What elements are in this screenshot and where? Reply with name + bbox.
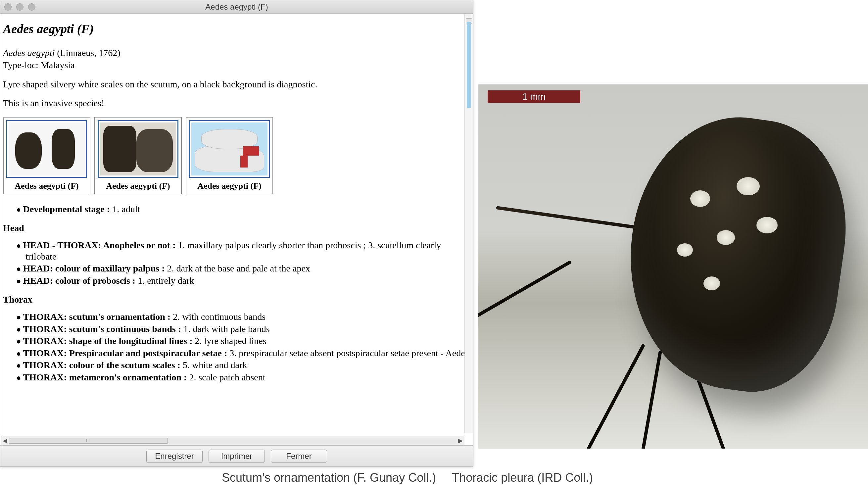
scroll-left-icon[interactable]: ◀ bbox=[1, 437, 9, 445]
v-scroll-overview bbox=[467, 22, 471, 108]
dev-stage-value: 1. adult bbox=[112, 204, 140, 214]
thorax-item-1-value: 2. with continuous bands bbox=[173, 311, 266, 322]
zoom-window-icon[interactable] bbox=[28, 3, 35, 10]
dev-stage-line: Developmental stage : 1. adult bbox=[26, 204, 470, 215]
scientific-name: Aedes aegypti bbox=[3, 48, 55, 58]
thorax-item-2-label: THORAX: scutum's continuous bands : bbox=[23, 324, 181, 334]
thumb-1-frame bbox=[6, 120, 87, 178]
thorax-item-3-label: THORAX: shape of the longitudinal lines … bbox=[23, 336, 193, 346]
thorax-item-4-label: THORAX: Prespiracular and postspiracular… bbox=[23, 348, 227, 358]
thorax-item-6: THORAX: metameron's ornamentation : 2. s… bbox=[26, 372, 470, 383]
head-item-3-label: HEAD: colour of proboscis : bbox=[23, 275, 136, 286]
window-title: Aedes aegypti (F) bbox=[205, 2, 268, 11]
thumb-3-caption: Aedes aegypti (F) bbox=[189, 181, 270, 191]
thumb-1-caption: Aedes aegypti (F) bbox=[6, 181, 87, 191]
species-info-window: Aedes aegypti (F) Aedes aegypti (F) Aede… bbox=[0, 0, 473, 467]
dev-stage-label: Developmental stage : bbox=[23, 204, 110, 214]
head-item-2-label: HEAD: colour of maxillary palpus : bbox=[23, 263, 165, 273]
close-window-icon[interactable] bbox=[4, 3, 11, 10]
bottom-caption-row: Scutum's ornamentation (F. Gunay Coll.) … bbox=[222, 471, 867, 485]
factsheet-content[interactable]: Aedes aegypti (F) Aedes aegypti (Linnaeu… bbox=[0, 13, 473, 445]
thumb-1-image bbox=[9, 122, 85, 176]
thorax-item-6-value: 2. scale patch absent bbox=[189, 372, 265, 383]
thorax-item-6-label: THORAX: metameron's ornamentation : bbox=[23, 372, 187, 383]
authority: (Linnaeus, 1762) bbox=[57, 48, 120, 58]
thumb-2-frame bbox=[98, 120, 179, 178]
head-item-2-value: 2. dark at the base and pale at the apex bbox=[167, 263, 310, 273]
thorax-item-4: THORAX: Prespiracular and postspiracular… bbox=[26, 347, 470, 359]
thorax-item-2-value: 1. dark with pale bands bbox=[183, 324, 270, 334]
type-locality-line: Type-loc: Malaysia bbox=[3, 60, 470, 71]
thorax-item-1-label: THORAX: scutum's ornamentation : bbox=[23, 311, 171, 322]
section-head-thorax: Thorax bbox=[3, 294, 470, 305]
scale-bar-label: 1 mm bbox=[522, 91, 546, 102]
thorax-item-5-label: THORAX: colour of the scutum scales : bbox=[23, 360, 180, 370]
minimize-window-icon[interactable] bbox=[16, 3, 24, 10]
h-scroll-track[interactable] bbox=[9, 438, 457, 444]
diagnostic-text: Lyre shaped silvery white scales on the … bbox=[3, 79, 470, 90]
thorax-item-1: THORAX: scutum's ornamentation : 2. with… bbox=[26, 311, 470, 323]
vertical-scrollbar[interactable] bbox=[464, 13, 473, 433]
thorax-item-2: THORAX: scutum's continuous bands : 1. d… bbox=[26, 324, 470, 335]
thumb-2-image bbox=[100, 122, 176, 176]
head-item-3: HEAD: colour of proboscis : 1. entirely … bbox=[26, 275, 470, 286]
thorax-item-5: THORAX: colour of the scutum scales : 5.… bbox=[26, 360, 470, 371]
section-head-head: Head bbox=[3, 222, 470, 234]
thumbnail-2[interactable]: Aedes aegypti (F) bbox=[94, 117, 182, 194]
thorax-item-3: THORAX: shape of the longitudinal lines … bbox=[26, 335, 470, 346]
specimen-photo: 1 mm bbox=[478, 84, 868, 449]
species-heading: Aedes aegypti (F) bbox=[3, 22, 470, 37]
window-titlebar: Aedes aegypti (F) bbox=[0, 0, 473, 13]
type-loc-label: Type-loc: bbox=[3, 60, 38, 70]
thumb-2-caption: Aedes aegypti (F) bbox=[98, 181, 179, 191]
caption-scutum: Scutum's ornamentation (F. Gunay Coll.) bbox=[222, 471, 436, 485]
caption-pleura: Thoracic pleura (IRD Coll.) bbox=[452, 471, 593, 485]
content-viewport: Aedes aegypti (F) Aedes aegypti (Linnaeu… bbox=[0, 13, 473, 445]
scale-bar: 1 mm bbox=[488, 90, 580, 103]
type-loc-value: Malaysia bbox=[41, 60, 75, 70]
window-controls bbox=[4, 3, 35, 10]
horizontal-scrollbar[interactable]: ◀ ▶ bbox=[1, 436, 464, 445]
h-scroll-thumb[interactable] bbox=[9, 438, 168, 444]
save-button[interactable]: Enregistrer bbox=[146, 450, 203, 463]
print-button[interactable]: Imprimer bbox=[209, 450, 265, 463]
thorax-item-4-value: 3. prespiracular setae absent postspirac… bbox=[229, 348, 468, 358]
close-button[interactable]: Fermer bbox=[271, 450, 327, 463]
dialog-button-bar: Enregistrer Imprimer Fermer bbox=[0, 445, 473, 466]
thorax-item-5-value: 5. white and dark bbox=[183, 360, 247, 370]
thumb-3-frame bbox=[189, 120, 270, 178]
head-item-1: HEAD - THORAX: Anopheles or not : 1. max… bbox=[26, 240, 470, 262]
invasive-text: This is an invasive species! bbox=[3, 98, 470, 109]
scroll-right-icon[interactable]: ▶ bbox=[457, 437, 464, 445]
thumbnail-1[interactable]: Aedes aegypti (F) bbox=[3, 117, 90, 194]
authority-line: Aedes aegypti (Linnaeus, 1762) bbox=[3, 47, 470, 59]
thorax-item-3-value: 2. lyre shaped lines bbox=[195, 336, 266, 346]
head-item-1-label: HEAD - THORAX: Anopheles or not : bbox=[23, 240, 176, 250]
mosquito-illustration bbox=[505, 104, 862, 435]
thumbnail-3[interactable]: Aedes aegypti (F) bbox=[186, 117, 273, 194]
head-item-3-value: 1. entirely dark bbox=[138, 275, 194, 286]
thumb-3-image bbox=[191, 122, 268, 176]
thumbnail-row: Aedes aegypti (F) Aedes aegypti (F) bbox=[3, 117, 470, 194]
head-item-2: HEAD: colour of maxillary palpus : 2. da… bbox=[26, 263, 470, 274]
